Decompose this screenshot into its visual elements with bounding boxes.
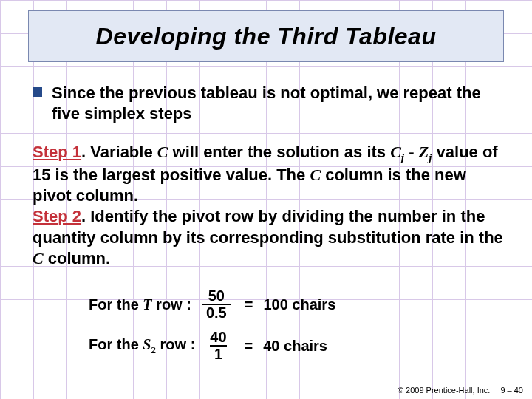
step1-dash: -: [404, 143, 419, 161]
step1-var1: C: [157, 143, 168, 161]
page-number: 9 – 40: [500, 386, 523, 395]
math-row-1: For the T row : 50 0.5 = 100 chairs: [89, 288, 443, 321]
bullet-emph: not optimal: [280, 83, 368, 102]
math-row1-label: For the T row :: [89, 296, 191, 313]
title-box: Developing the Third Tableau: [28, 10, 504, 62]
bullet-block: Since the previous tableau is not optima…: [52, 83, 495, 123]
bullet-icon: [33, 87, 42, 97]
math-row2-res: 40 chairs: [263, 338, 327, 355]
bullet-text: Since the previous tableau is not optima…: [52, 83, 495, 123]
math-row2-suffix: row :: [156, 336, 195, 352]
bullet-pre: Since the previous tableau is: [52, 83, 280, 102]
math-row2-eq: =: [245, 338, 253, 355]
step2-sep: . Identify the pivot row by dividing the…: [33, 207, 503, 246]
math-row1-suffix: row :: [152, 296, 191, 313]
step2-var: C: [33, 249, 44, 267]
footer: © 2009 Prentice-Hall, Inc. 9 – 40: [398, 386, 523, 395]
copyright-text: © 2009 Prentice-Hall, Inc.: [398, 386, 491, 395]
math-row1-eq: =: [245, 296, 253, 313]
math-row1-sym: T: [143, 296, 151, 313]
math-row1-prefix: For the: [89, 296, 143, 313]
step2-tail: column.: [44, 249, 110, 267]
steps-block: Step 1. Variable C will enter the soluti…: [33, 142, 505, 269]
math-row2-prefix: For the: [89, 336, 143, 352]
slide: Developing the Third Tableau Since the p…: [0, 0, 532, 399]
step1-sep: . Variable: [81, 143, 157, 161]
math-row2-label: For the S2 row :: [89, 336, 195, 356]
math-row2-frac: 40 1: [205, 330, 231, 362]
math-row2-den: 1: [210, 345, 227, 362]
math-row1-frac: 50 0.5: [202, 288, 231, 321]
slide-title: Developing the Third Tableau: [96, 23, 437, 50]
math-row1-num: 50: [204, 288, 229, 304]
math-block: For the T row : 50 0.5 = 100 chairs For …: [89, 288, 443, 371]
step1-mid1: will enter the solution as its: [168, 143, 390, 161]
step1-cj-c: C: [390, 143, 401, 161]
step1-label: Step 1: [33, 143, 81, 161]
math-row2-num: 40: [205, 330, 231, 345]
step1-zj-z: Z: [419, 143, 429, 161]
step2-label: Step 2: [33, 207, 81, 225]
math-row1-res: 100 chairs: [263, 296, 335, 313]
math-row-2: For the S2 row : 40 1 = 40 chairs: [89, 330, 443, 362]
step1-var2: C: [310, 166, 321, 184]
math-row1-den: 0.5: [202, 304, 231, 321]
math-row2-sym: S: [143, 336, 151, 352]
